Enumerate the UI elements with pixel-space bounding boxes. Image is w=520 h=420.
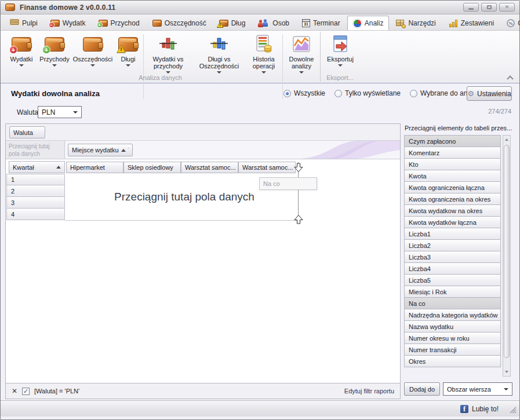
dropdown-arrow-icon bbox=[126, 64, 130, 67]
radio-tylko-wyswietlane[interactable]: Tylko wyświetlane bbox=[334, 89, 401, 97]
field-list: Czym zapłacono Komentarz Kto Kwota Kwota… bbox=[404, 135, 501, 377]
tab-osoby[interactable]: Osob bbox=[252, 16, 295, 30]
like-link[interactable]: Lubię to! bbox=[472, 405, 499, 413]
field-list-scrollbar[interactable] bbox=[503, 135, 511, 377]
tab-opcje[interactable]: % Opcj bbox=[501, 16, 520, 30]
tab-przychody[interactable]: + Przychod bbox=[93, 16, 146, 30]
tab-wydatki[interactable]: − Wydatk bbox=[45, 16, 92, 30]
tab-analizy[interactable]: Analiz bbox=[347, 16, 390, 30]
edit-filter-link[interactable]: Edytuj filtr raportu bbox=[344, 388, 394, 395]
drop-arrow-down-icon bbox=[294, 163, 303, 173]
currency-select[interactable]: PLN bbox=[38, 106, 82, 118]
row-field-kwartal[interactable]: Kwartał bbox=[9, 161, 65, 173]
gear-icon: ⚙ bbox=[467, 90, 474, 97]
tools-icon bbox=[396, 20, 405, 27]
tab-label: Terminar bbox=[313, 19, 340, 27]
row-area-drop-hint: Przeciągnij tutaj pola danych bbox=[6, 141, 65, 159]
app-window: Finanse domowe 2 v0.0.0.11 ✕ Pulpi − Wyd… bbox=[0, 0, 520, 420]
column-header[interactable]: Warsztat samoc... bbox=[181, 162, 238, 173]
ribbon-button-dowolne-analizy[interactable]: Dowolne analizy bbox=[284, 33, 319, 75]
savings-wallet-icon bbox=[152, 20, 162, 27]
field-item[interactable]: Kwota ograniczenia na okres bbox=[404, 193, 501, 205]
row-header[interactable]: 3 bbox=[6, 197, 65, 209]
field-item[interactable]: Liczba1 bbox=[404, 228, 501, 240]
facebook-icon[interactable]: f bbox=[460, 405, 468, 413]
field-item-dragged[interactable]: Na co bbox=[404, 297, 501, 309]
area-select[interactable]: Obszar wiersza bbox=[443, 382, 512, 396]
column-field-label: Miejsce wydatku bbox=[72, 147, 119, 154]
settings-button[interactable]: ⚙ Ustawienia bbox=[467, 86, 512, 101]
tab-dlugi[interactable]: ! Dług bbox=[213, 16, 252, 30]
close-button[interactable]: ✕ bbox=[499, 3, 515, 12]
field-item[interactable]: Komentarz bbox=[404, 147, 501, 159]
dropdown-arrow-icon bbox=[90, 64, 95, 67]
remove-filter-icon[interactable]: ✕ bbox=[12, 388, 17, 395]
ribbon-button-wydatki-vs-przychody[interactable]: Wydatki vs przychody bbox=[146, 33, 191, 75]
column-header[interactable]: Warsztat samoc... bbox=[238, 162, 296, 173]
row-header[interactable]: 2 bbox=[6, 185, 65, 197]
tab-narzedzia[interactable]: Narzędzi bbox=[390, 16, 441, 30]
field-item[interactable]: Liczba2 bbox=[404, 239, 501, 251]
minimize-button[interactable] bbox=[463, 3, 479, 12]
filter-funnel-icon[interactable] bbox=[128, 148, 129, 153]
ribbon-button-dlugi[interactable]: ! Długi bbox=[114, 33, 142, 75]
radio-label: Wszystkie bbox=[294, 89, 325, 97]
field-item[interactable]: Miesiąc i Rok bbox=[404, 286, 501, 298]
tab-oszczednosci[interactable]: Oszczędność bbox=[147, 16, 212, 30]
field-item[interactable]: Kwota ograniczenia łączna bbox=[404, 181, 501, 193]
column-field-miejsce-wydatku[interactable]: Miejsce wydatku bbox=[68, 144, 133, 156]
options-icon: % bbox=[507, 19, 515, 27]
ribbon-button-wydatki[interactable]: + Wydatki bbox=[5, 33, 38, 75]
scroll-down-icon[interactable] bbox=[503, 368, 510, 376]
row-header[interactable]: 1 bbox=[6, 174, 65, 185]
minimize-icon bbox=[468, 8, 474, 10]
ribbon-button-historia-operacji[interactable]: Historia operacji bbox=[246, 33, 281, 75]
field-item[interactable]: Nadrzędna kategoria wydatków bbox=[404, 309, 501, 321]
field-item[interactable]: Liczba3 bbox=[404, 251, 501, 263]
export-icon bbox=[332, 35, 349, 53]
record-counter: 274/274 bbox=[488, 108, 511, 115]
maximize-button[interactable] bbox=[481, 3, 497, 12]
column-header[interactable]: Sklep osiedlowy bbox=[123, 162, 181, 173]
scrollbar-thumb[interactable] bbox=[504, 145, 510, 358]
row-header[interactable]: 4 bbox=[6, 209, 65, 220]
resize-grip[interactable] bbox=[509, 406, 517, 414]
radio-wszystkie[interactable]: Wszystkie bbox=[283, 89, 325, 97]
filter-enabled-checkbox[interactable]: ✓ bbox=[22, 388, 30, 395]
view-header: Wydatki dowolna analiza Wszystkie Tylko … bbox=[1, 83, 519, 122]
calendar-icon: 31 bbox=[302, 19, 310, 27]
row-field-label: Kwartał bbox=[13, 164, 34, 171]
field-item[interactable]: Kto bbox=[404, 158, 501, 170]
ribbon-button-oszczednosci[interactable]: Oszczędności bbox=[71, 33, 114, 75]
tab-label: Opcj bbox=[518, 19, 520, 27]
tab-pulpit[interactable]: Pulpi bbox=[4, 16, 43, 30]
pie-chart-icon bbox=[353, 19, 362, 28]
field-item[interactable]: Liczba4 bbox=[404, 262, 501, 275]
add-to-button[interactable]: Dodaj do bbox=[404, 382, 440, 396]
ribbon-button-eksportuj[interactable]: Eksportuj bbox=[322, 33, 359, 75]
field-item[interactable]: Liczba5 bbox=[404, 274, 501, 286]
debt-wallet-icon: ! bbox=[219, 20, 228, 27]
field-item[interactable]: Numer okresu w roku bbox=[404, 332, 501, 344]
field-item[interactable]: Kwota wydatkow na okres bbox=[404, 204, 501, 217]
filter-field-waluta[interactable]: Waluta bbox=[9, 126, 45, 138]
radio-icon bbox=[334, 90, 342, 97]
field-item[interactable]: Nazwa wydatku bbox=[404, 320, 501, 333]
dropdown-arrow-icon bbox=[19, 64, 24, 67]
tab-label: Przychod bbox=[111, 19, 140, 27]
bar-chart-icon bbox=[449, 19, 458, 27]
tab-terminarz[interactable]: 31 Terminar bbox=[296, 16, 346, 30]
ribbon-button-przychody[interactable]: + Przychody bbox=[38, 33, 71, 75]
field-item[interactable]: Numer transakcji bbox=[404, 344, 501, 356]
column-header[interactable]: Hipermarket bbox=[66, 162, 123, 173]
group-label-eksport: Eksport... bbox=[320, 73, 360, 83]
tab-zestawienia[interactable]: Zestawieni bbox=[443, 16, 500, 30]
field-item[interactable]: Czym zapłacono bbox=[404, 135, 501, 147]
collapse-ribbon-icon[interactable] bbox=[507, 75, 512, 81]
scroll-up-icon[interactable] bbox=[503, 136, 510, 144]
ribbon-button-dlugi-vs-oszczednosci[interactable]: Długi vs Oszczędności bbox=[192, 33, 246, 75]
field-item[interactable]: Okres bbox=[404, 355, 501, 367]
field-item[interactable]: Kwota wydatków łączna bbox=[404, 216, 501, 228]
window-title: Finanse domowe 2 v0.0.0.11 bbox=[20, 3, 115, 12]
field-item[interactable]: Kwota bbox=[404, 170, 501, 182]
